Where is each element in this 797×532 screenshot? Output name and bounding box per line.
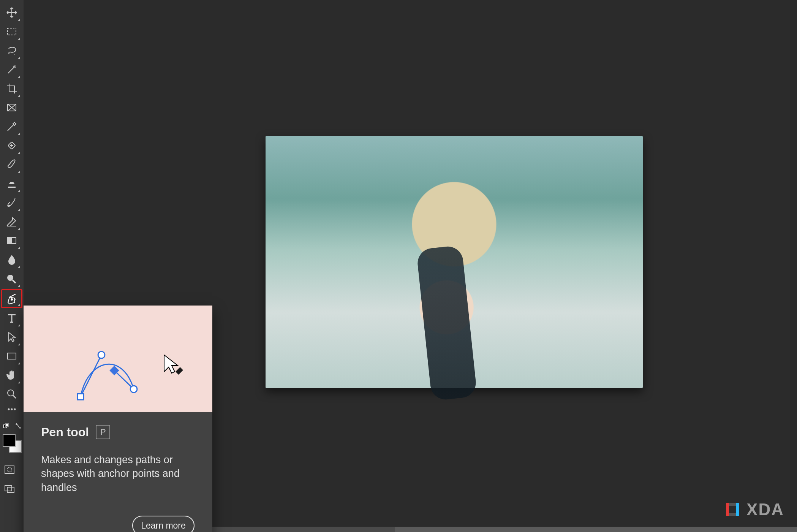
brush-tool-icon	[6, 158, 18, 171]
eraser-tool-icon	[6, 215, 18, 228]
horizontal-scrollbar[interactable]	[212, 527, 797, 532]
quick-mask-button[interactable]	[4, 464, 19, 480]
path-selection-tool[interactable]	[2, 328, 21, 347]
tooltip-shortcut-key: P	[96, 425, 110, 439]
edit-toolbar-button[interactable]	[2, 404, 21, 415]
magic-wand-tool[interactable]	[2, 60, 21, 79]
xda-logo-icon	[724, 501, 741, 518]
tooltip-title: Pen tool	[41, 425, 89, 439]
document-image[interactable]	[266, 136, 643, 388]
pen-tool[interactable]	[1, 289, 22, 308]
flyout-indicator	[18, 304, 20, 306]
svg-rect-18	[7, 487, 14, 492]
move-tool-icon	[6, 6, 18, 19]
dodge-tool-icon	[6, 272, 18, 285]
svg-rect-0	[8, 28, 16, 35]
flyout-indicator	[18, 76, 20, 78]
flyout-indicator	[18, 133, 20, 135]
svg-point-24	[130, 386, 137, 393]
healing-brush-tool[interactable]	[2, 136, 21, 155]
svg-rect-17	[5, 486, 12, 491]
flyout-indicator	[18, 362, 20, 364]
flyout-indicator	[18, 152, 20, 154]
rectangle-tool[interactable]	[2, 347, 21, 366]
zoom-tool[interactable]	[2, 385, 21, 404]
flyout-indicator	[18, 343, 20, 345]
ellipsis-icon	[6, 403, 18, 415]
tooltip-body: Pen tool P Makes and changes paths or sh…	[24, 412, 212, 532]
blur-tool[interactable]	[2, 250, 21, 269]
flyout-indicator	[18, 266, 20, 268]
clone-stamp-tool[interactable]	[2, 174, 21, 193]
svg-point-11	[11, 408, 13, 410]
magic-wand-tool-icon	[6, 63, 18, 76]
history-brush-tool[interactable]	[2, 193, 21, 212]
svg-point-12	[14, 408, 16, 410]
brush-tool[interactable]	[2, 155, 21, 174]
flyout-indicator	[18, 171, 20, 173]
flyout-indicator	[18, 38, 20, 40]
history-brush-tool-icon	[6, 196, 18, 209]
learn-more-button[interactable]: Learn more	[132, 516, 195, 532]
dodge-tool[interactable]	[2, 269, 21, 288]
eyedropper-tool[interactable]	[2, 117, 21, 136]
flyout-indicator	[18, 190, 20, 192]
svg-point-10	[8, 408, 10, 410]
flyout-indicator	[18, 324, 20, 326]
scrollbar-track-segment[interactable]	[395, 527, 797, 532]
flyout-indicator	[18, 247, 20, 249]
lasso-tool[interactable]	[2, 41, 21, 60]
svg-point-16	[7, 467, 12, 472]
type-tool[interactable]	[2, 309, 21, 328]
marquee-tool[interactable]	[2, 22, 21, 41]
svg-point-6	[7, 275, 13, 281]
hand-tool-icon	[6, 369, 18, 381]
rectangle-tool-icon	[6, 350, 18, 362]
eyedropper-tool-icon	[6, 120, 18, 133]
flyout-indicator	[18, 209, 20, 211]
svg-rect-25	[729, 503, 736, 506]
gradient-tool-icon	[6, 234, 18, 247]
flyout-indicator	[18, 285, 20, 287]
hand-tool[interactable]	[2, 366, 21, 385]
screen-mode-icon	[4, 483, 15, 494]
tool-tooltip-card: Pen tool P Makes and changes paths or sh…	[24, 306, 212, 532]
swap-colors-icon[interactable]	[14, 423, 21, 431]
svg-line-20	[114, 370, 134, 389]
lasso-tool-icon	[6, 44, 18, 57]
eraser-tool[interactable]	[2, 212, 21, 231]
scrollbar-thumb[interactable]	[212, 527, 395, 532]
toolbar	[0, 0, 24, 532]
svg-point-7	[11, 299, 13, 300]
screen-mode-button[interactable]	[4, 483, 19, 499]
clone-stamp-tool-icon	[6, 177, 18, 190]
xda-watermark-text: XDA	[746, 500, 784, 519]
foreground-color-swatch[interactable]	[3, 434, 16, 447]
gradient-tool[interactable]	[2, 231, 21, 250]
svg-point-9	[8, 390, 14, 396]
default-colors-icon[interactable]	[3, 423, 9, 431]
svg-rect-14	[5, 423, 8, 426]
svg-point-23	[98, 352, 105, 358]
pen-tool-icon	[6, 293, 18, 305]
svg-rect-8	[8, 353, 16, 359]
zoom-tool-icon	[6, 388, 18, 400]
quick-mask-icon	[4, 464, 15, 475]
svg-rect-5	[8, 238, 12, 244]
color-mini-controls	[0, 421, 24, 432]
svg-rect-26	[729, 513, 736, 516]
frame-tool[interactable]	[2, 98, 21, 117]
flyout-indicator	[18, 95, 20, 97]
flyout-indicator	[18, 57, 20, 59]
path-selection-tool-icon	[6, 331, 18, 343]
crop-tool[interactable]	[2, 79, 21, 98]
flyout-indicator	[18, 381, 20, 383]
color-swatches[interactable]	[1, 433, 22, 452]
move-tool[interactable]	[2, 3, 21, 22]
crop-tool-icon	[6, 82, 18, 95]
marquee-tool-icon	[6, 25, 18, 38]
tooltip-illustration	[24, 306, 212, 412]
svg-point-1	[14, 54, 15, 55]
xda-watermark: XDA	[724, 500, 784, 519]
frame-tool-icon	[6, 101, 18, 114]
